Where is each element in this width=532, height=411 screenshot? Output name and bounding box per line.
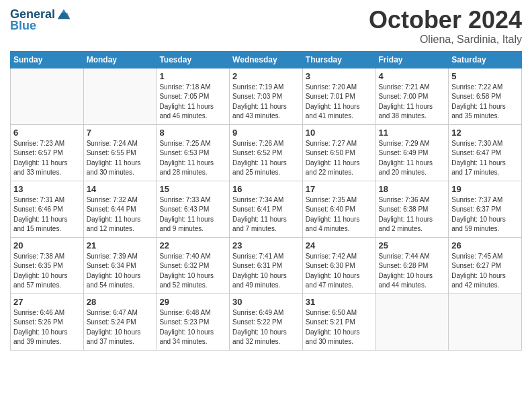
day-info: Sunrise: 7:37 AM Sunset: 6:37 PM Dayligh… — [451, 195, 519, 234]
calendar-cell — [449, 293, 522, 350]
day-number: 3 — [306, 71, 373, 81]
calendar-cell: 27Sunrise: 6:46 AM Sunset: 5:26 PM Dayli… — [11, 293, 84, 350]
day-info: Sunrise: 6:47 AM Sunset: 5:24 PM Dayligh… — [87, 308, 154, 347]
logo-blue: Blue — [10, 19, 36, 33]
calendar-cell: 17Sunrise: 7:35 AM Sunset: 6:40 PM Dayli… — [302, 181, 375, 237]
calendar-cell: 3Sunrise: 7:20 AM Sunset: 7:01 PM Daylig… — [302, 68, 375, 124]
day-number: 26 — [451, 240, 519, 250]
calendar-cell: 4Sunrise: 7:21 AM Sunset: 7:00 PM Daylig… — [375, 68, 449, 124]
weekday-row: SundayMondayTuesdayWednesdayThursdayFrid… — [11, 51, 522, 68]
day-number: 15 — [159, 184, 226, 194]
day-info: Sunrise: 7:18 AM Sunset: 7:05 PM Dayligh… — [159, 83, 226, 122]
day-number: 10 — [306, 128, 373, 138]
weekday-header: Friday — [375, 51, 449, 68]
day-number: 7 — [87, 128, 154, 138]
day-number: 25 — [379, 240, 446, 250]
weekday-header: Wednesday — [230, 51, 303, 68]
day-info: Sunrise: 6:46 AM Sunset: 5:26 PM Dayligh… — [13, 308, 81, 347]
day-number: 31 — [306, 297, 373, 307]
calendar-cell: 29Sunrise: 6:48 AM Sunset: 5:23 PM Dayli… — [157, 293, 230, 350]
day-info: Sunrise: 7:30 AM Sunset: 6:47 PM Dayligh… — [451, 139, 519, 178]
day-info: Sunrise: 7:22 AM Sunset: 6:58 PM Dayligh… — [451, 83, 519, 122]
svg-marker-1 — [58, 13, 70, 19]
day-number: 20 — [13, 240, 81, 250]
calendar-cell: 20Sunrise: 7:38 AM Sunset: 6:35 PM Dayli… — [11, 237, 84, 293]
day-info: Sunrise: 7:36 AM Sunset: 6:38 PM Dayligh… — [379, 195, 446, 234]
day-info: Sunrise: 7:35 AM Sunset: 6:40 PM Dayligh… — [306, 195, 373, 234]
calendar-table: SundayMondayTuesdayWednesdayThursdayFrid… — [10, 51, 522, 351]
day-info: Sunrise: 7:41 AM Sunset: 6:31 PM Dayligh… — [232, 252, 300, 291]
weekday-header: Tuesday — [157, 51, 230, 68]
calendar-cell: 12Sunrise: 7:30 AM Sunset: 6:47 PM Dayli… — [449, 124, 522, 181]
day-info: Sunrise: 7:44 AM Sunset: 6:28 PM Dayligh… — [379, 252, 446, 291]
day-info: Sunrise: 7:21 AM Sunset: 7:00 PM Dayligh… — [379, 83, 446, 122]
day-info: Sunrise: 6:50 AM Sunset: 5:21 PM Dayligh… — [306, 308, 373, 347]
calendar-cell: 9Sunrise: 7:26 AM Sunset: 6:52 PM Daylig… — [230, 124, 303, 181]
calendar-cell: 13Sunrise: 7:31 AM Sunset: 6:46 PM Dayli… — [11, 181, 84, 237]
day-number: 1 — [159, 71, 226, 81]
header: General Blue October 2024 Oliena, Sardin… — [10, 7, 522, 46]
week-row: 27Sunrise: 6:46 AM Sunset: 5:26 PM Dayli… — [11, 293, 522, 350]
weekday-header: Sunday — [11, 51, 84, 68]
day-number: 21 — [87, 240, 154, 250]
day-info: Sunrise: 7:29 AM Sunset: 6:49 PM Dayligh… — [379, 139, 446, 178]
logo-icon — [56, 7, 71, 21]
day-number: 28 — [87, 297, 154, 307]
month-title: October 2024 — [369, 7, 522, 34]
logo: General Blue — [10, 7, 71, 33]
day-info: Sunrise: 7:19 AM Sunset: 7:03 PM Dayligh… — [232, 83, 300, 122]
day-info: Sunrise: 7:24 AM Sunset: 6:55 PM Dayligh… — [87, 139, 154, 178]
day-number: 9 — [232, 128, 300, 138]
day-info: Sunrise: 7:31 AM Sunset: 6:46 PM Dayligh… — [13, 195, 81, 234]
day-info: Sunrise: 7:33 AM Sunset: 6:43 PM Dayligh… — [159, 195, 226, 234]
day-number: 12 — [451, 128, 519, 138]
day-number: 17 — [306, 184, 373, 194]
calendar-cell: 19Sunrise: 7:37 AM Sunset: 6:37 PM Dayli… — [449, 181, 522, 237]
day-info: Sunrise: 7:40 AM Sunset: 6:32 PM Dayligh… — [159, 252, 226, 291]
week-row: 20Sunrise: 7:38 AM Sunset: 6:35 PM Dayli… — [11, 237, 522, 293]
calendar-cell: 30Sunrise: 6:49 AM Sunset: 5:22 PM Dayli… — [230, 293, 303, 350]
day-number: 23 — [232, 240, 300, 250]
day-info: Sunrise: 7:38 AM Sunset: 6:35 PM Dayligh… — [13, 252, 81, 291]
day-info: Sunrise: 6:49 AM Sunset: 5:22 PM Dayligh… — [232, 308, 300, 347]
calendar-header: SundayMondayTuesdayWednesdayThursdayFrid… — [11, 51, 522, 68]
calendar-cell: 26Sunrise: 7:45 AM Sunset: 6:27 PM Dayli… — [449, 237, 522, 293]
day-number: 4 — [379, 71, 446, 81]
calendar-cell: 8Sunrise: 7:25 AM Sunset: 6:53 PM Daylig… — [157, 124, 230, 181]
day-info: Sunrise: 7:27 AM Sunset: 6:50 PM Dayligh… — [306, 139, 373, 178]
day-number: 19 — [451, 184, 519, 194]
day-number: 30 — [232, 297, 300, 307]
calendar-cell: 21Sunrise: 7:39 AM Sunset: 6:34 PM Dayli… — [83, 237, 157, 293]
calendar-cell: 16Sunrise: 7:34 AM Sunset: 6:41 PM Dayli… — [230, 181, 303, 237]
day-number: 5 — [451, 71, 519, 81]
calendar-cell: 11Sunrise: 7:29 AM Sunset: 6:49 PM Dayli… — [375, 124, 449, 181]
day-number: 8 — [159, 128, 226, 138]
day-info: Sunrise: 7:26 AM Sunset: 6:52 PM Dayligh… — [232, 139, 300, 178]
day-info: Sunrise: 7:32 AM Sunset: 6:44 PM Dayligh… — [87, 195, 154, 234]
day-info: Sunrise: 7:20 AM Sunset: 7:01 PM Dayligh… — [306, 83, 373, 122]
calendar-cell: 1Sunrise: 7:18 AM Sunset: 7:05 PM Daylig… — [157, 68, 230, 124]
calendar-cell: 7Sunrise: 7:24 AM Sunset: 6:55 PM Daylig… — [83, 124, 157, 181]
calendar-cell — [83, 68, 157, 124]
calendar-cell: 22Sunrise: 7:40 AM Sunset: 6:32 PM Dayli… — [157, 237, 230, 293]
day-info: Sunrise: 7:45 AM Sunset: 6:27 PM Dayligh… — [451, 252, 519, 291]
calendar-cell: 6Sunrise: 7:23 AM Sunset: 6:57 PM Daylig… — [11, 124, 84, 181]
day-number: 18 — [379, 184, 446, 194]
page: General Blue October 2024 Oliena, Sardin… — [0, 0, 532, 411]
weekday-header: Thursday — [302, 51, 375, 68]
day-number: 22 — [159, 240, 226, 250]
calendar-cell: 15Sunrise: 7:33 AM Sunset: 6:43 PM Dayli… — [157, 181, 230, 237]
location-title: Oliena, Sardinia, Italy — [369, 34, 522, 46]
day-number: 27 — [13, 297, 81, 307]
calendar-cell: 5Sunrise: 7:22 AM Sunset: 6:58 PM Daylig… — [449, 68, 522, 124]
weekday-header: Monday — [83, 51, 157, 68]
day-info: Sunrise: 7:23 AM Sunset: 6:57 PM Dayligh… — [13, 139, 81, 178]
calendar-cell: 14Sunrise: 7:32 AM Sunset: 6:44 PM Dayli… — [83, 181, 157, 237]
week-row: 13Sunrise: 7:31 AM Sunset: 6:46 PM Dayli… — [11, 181, 522, 237]
day-info: Sunrise: 7:42 AM Sunset: 6:30 PM Dayligh… — [306, 252, 373, 291]
day-info: Sunrise: 7:39 AM Sunset: 6:34 PM Dayligh… — [87, 252, 154, 291]
calendar-cell: 28Sunrise: 6:47 AM Sunset: 5:24 PM Dayli… — [83, 293, 157, 350]
calendar-cell: 10Sunrise: 7:27 AM Sunset: 6:50 PM Dayli… — [302, 124, 375, 181]
day-info: Sunrise: 6:48 AM Sunset: 5:23 PM Dayligh… — [159, 308, 226, 347]
day-number: 2 — [232, 71, 300, 81]
